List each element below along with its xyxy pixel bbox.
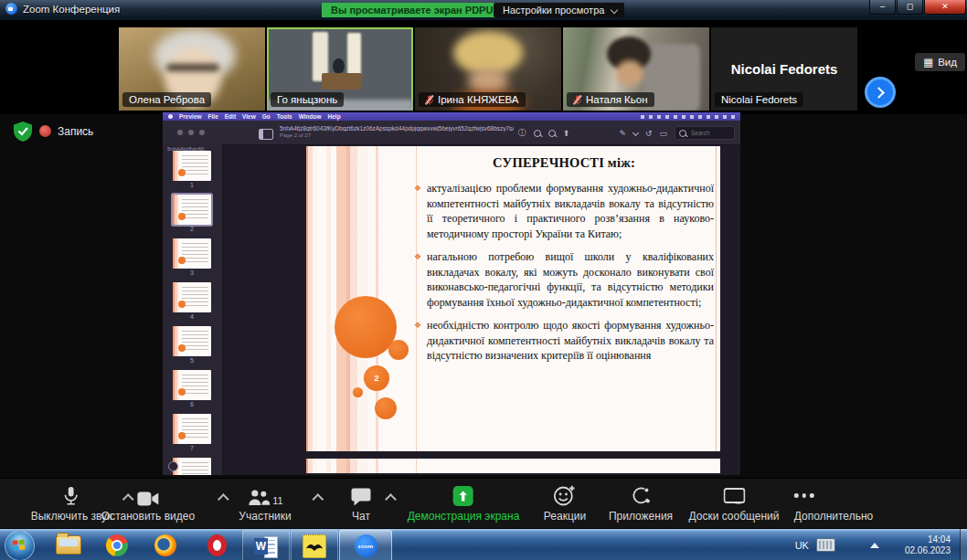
participant-video <box>322 73 362 90</box>
participant-tile-nicolai[interactable]: Nicolai Fedorets Nicolai Fedorets <box>711 27 857 111</box>
mac-menubar: Preview File Edit View Go Tools Window H… <box>163 112 740 121</box>
menu-item[interactable]: Preview <box>179 113 202 120</box>
search-input[interactable] <box>689 129 729 137</box>
word-icon: W <box>254 535 278 557</box>
participant-tile-iryna[interactable]: Ірина КНЯЖЕВА <box>415 27 561 111</box>
menu-item[interactable]: Go <box>262 113 271 120</box>
participant-tile-natalia[interactable]: Наталя Кьон <box>563 27 709 111</box>
taskbar-chrome[interactable] <box>94 530 140 560</box>
minimize-button[interactable]: – <box>869 0 896 15</box>
taskbar-opera[interactable] <box>194 530 239 560</box>
share-icon[interactable]: ⬆ <box>563 129 570 138</box>
page-thumbnail-selected[interactable] <box>173 195 211 225</box>
participants-button[interactable]: 11 Участники <box>239 485 291 523</box>
sidebar-toggle-icon[interactable] <box>259 129 273 140</box>
zoom-in-icon[interactable] <box>548 130 556 137</box>
security-shield-icon[interactable] <box>14 122 32 142</box>
show-desktop-button[interactable] <box>960 529 967 560</box>
next-participants-button[interactable] <box>865 77 896 108</box>
participants-icon <box>247 489 270 506</box>
clock-date: 02.06.2023 <box>905 545 951 555</box>
muted-mic-icon <box>425 95 434 105</box>
apple-menu-icon[interactable] <box>168 114 173 119</box>
participant-tile-go[interactable]: Го яньцзюнь <box>267 27 413 111</box>
traffic-light-buttons[interactable] <box>177 130 205 135</box>
menu-item[interactable]: Help <box>328 113 341 120</box>
slide-watercolor-band <box>306 459 393 473</box>
participant-name: Nicolai Fedorets <box>721 94 797 105</box>
microphone-icon <box>62 486 80 506</box>
bullet-diamond-icon: ❖ <box>414 181 427 241</box>
menu-item[interactable]: File <box>208 113 218 120</box>
start-button[interactable] <box>5 531 35 560</box>
participant-video <box>166 64 219 71</box>
shared-screen-preview-app: Preview File Edit View Go Tools Window H… <box>163 112 740 475</box>
markup-icon[interactable]: ✎ <box>619 129 626 138</box>
slide-bullet: ❖ актуалізацією проблеми формування худо… <box>414 181 714 241</box>
participants-count: 11 <box>272 495 282 506</box>
menu-item[interactable]: Edit <box>225 113 236 120</box>
rotate-icon[interactable]: ↺ <box>645 129 653 138</box>
page-thumbnail[interactable] <box>173 238 211 269</box>
participant-tile-olena[interactable]: Олена Реброва <box>119 27 265 111</box>
participant-name-tag: Ірина КНЯЖЕВА <box>419 92 526 107</box>
page-thumbnail[interactable] <box>173 370 211 400</box>
crop-icon[interactable]: ▭ <box>659 129 667 138</box>
minimize-icon: – <box>880 3 885 11</box>
taskbar-zoom[interactable]: zoom <box>339 530 392 560</box>
apps-button[interactable]: Приложения <box>609 485 673 523</box>
tray-expand-icon[interactable] <box>870 543 879 548</box>
more-label: Дополнительно <box>794 510 873 523</box>
taskbar-clock[interactable]: 14:04 02.06.2023 <box>905 534 951 556</box>
close-button[interactable]: ✕ <box>924 0 966 15</box>
titlebar-left: Zoom Конференция <box>5 3 120 15</box>
taskbar-firefox[interactable] <box>143 530 188 560</box>
page-thumbnail[interactable] <box>173 326 211 356</box>
chevron-down-icon[interactable] <box>632 130 639 136</box>
opera-icon <box>207 534 227 556</box>
sidebar-scale-icon[interactable] <box>168 461 178 471</box>
chat-options-chevron[interactable] <box>385 493 397 505</box>
page-thumbnail[interactable] <box>173 458 211 475</box>
keyboard-layout-icon[interactable] <box>816 538 835 552</box>
thebat-icon <box>303 534 326 558</box>
bullet-text: необхідністю контролю щодо якості формув… <box>427 318 714 364</box>
taskbar-word[interactable]: W <box>242 530 290 560</box>
mute-button[interactable]: Выключить звук <box>31 485 112 523</box>
slide-edge-line <box>716 146 717 451</box>
info-icon[interactable]: ⓘ <box>518 127 526 139</box>
search-field[interactable] <box>675 126 735 140</box>
more-button[interactable]: Дополнительно <box>794 485 873 523</box>
page-thumbnail[interactable] <box>173 282 211 312</box>
stop-video-button[interactable]: Остановить видео <box>101 485 195 523</box>
maximize-button[interactable]: ◻ <box>897 0 923 15</box>
slide-title: СУПЕРЕЧНОСТІ між: <box>414 155 714 171</box>
document-filename: 5nhA4tjz8qtr6043fKyDbgzt6zk1z06zApsspkd4… <box>280 125 514 132</box>
whiteboards-button[interactable]: Доски сообщений <box>688 485 779 523</box>
taskbar-thebat[interactable] <box>291 530 338 560</box>
slide-text: СУПЕРЕЧНОСТІ між: ❖ актуалізацією пробле… <box>414 155 714 372</box>
language-indicator[interactable]: UK <box>795 540 809 551</box>
participant-name: Ірина КНЯЖЕВА <box>438 94 519 105</box>
thumbnail-sidebar: 5nhA4tjz8qtr60... 1 2 3 4 5 6 7 <box>163 144 223 475</box>
bullet-text: нагальною потребою вищої школи у кваліфі… <box>427 249 714 310</box>
participants-options-chevron[interactable] <box>313 493 324 505</box>
menu-item[interactable]: Tools <box>277 113 292 120</box>
taskbar-explorer[interactable] <box>46 530 91 560</box>
menu-item[interactable]: Window <box>299 113 322 120</box>
chat-button[interactable]: Чат <box>351 485 371 523</box>
view-settings-label: Настройки просмотра <box>503 5 604 16</box>
menu-item[interactable]: View <box>242 113 256 120</box>
video-options-chevron[interactable] <box>218 493 229 505</box>
decorative-circle <box>353 387 363 397</box>
share-screen-button[interactable]: Демонстрация экрана <box>408 485 520 523</box>
page-thumbnail[interactable] <box>173 414 211 444</box>
maximize-icon: ◻ <box>907 3 913 11</box>
view-settings-dropdown[interactable]: Настройки просмотра <box>494 3 624 17</box>
view-mode-button[interactable]: ▦ Вид <box>915 53 965 71</box>
reactions-button[interactable]: Реакции <box>544 485 586 523</box>
zoom-out-icon[interactable] <box>534 130 541 137</box>
chat-label: Чат <box>351 510 371 523</box>
page-thumbnail[interactable] <box>173 151 211 181</box>
whiteboards-label: Доски сообщений <box>688 510 779 523</box>
